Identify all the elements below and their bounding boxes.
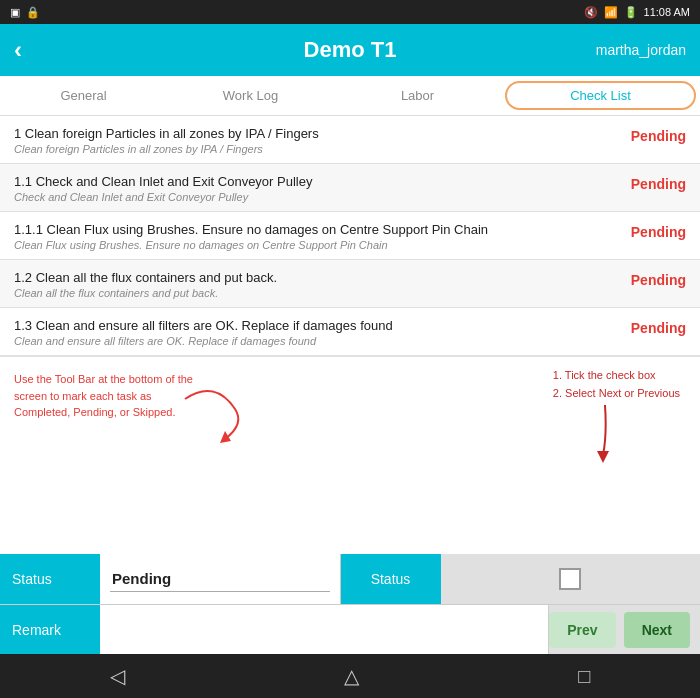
toolbar-status-input-panel bbox=[100, 554, 341, 604]
arrow-right-icon bbox=[575, 405, 635, 465]
tab-labor[interactable]: Labor bbox=[334, 76, 501, 115]
table-row: 1.1.1 Clean Flux using Brushes. Ensure n… bbox=[0, 212, 700, 260]
nav-bar: ◁ △ □ bbox=[0, 654, 700, 698]
task-title: 1.2 Clean all the flux containers and pu… bbox=[14, 270, 621, 285]
task-title: 1.1.1 Clean Flux using Brushes. Ensure n… bbox=[14, 222, 621, 237]
status-label: Status bbox=[12, 571, 88, 587]
task-status: Pending bbox=[631, 174, 686, 192]
table-row: 1 Clean foreign Particles in all zones b… bbox=[0, 116, 700, 164]
task-subtitle: Check and Clean Inlet and Exit Conveyor … bbox=[14, 191, 621, 203]
toolbar-status-label-panel: Status bbox=[0, 554, 100, 604]
user-label: martha_jordan bbox=[596, 42, 686, 58]
task-info: 1 Clean foreign Particles in all zones b… bbox=[14, 126, 631, 155]
task-title: 1 Clean foreign Particles in all zones b… bbox=[14, 126, 621, 141]
bottom-toolbar: Status Status Remark Prev Next bbox=[0, 554, 700, 654]
tab-worklog[interactable]: Work Log bbox=[167, 76, 334, 115]
task-title: 1.3 Clean and ensure all filters are OK.… bbox=[14, 318, 621, 333]
toolbar-top-row: Status Status bbox=[0, 554, 700, 604]
lock-icon: 🔒 bbox=[26, 6, 40, 19]
task-subtitle: Clean Flux using Brushes. Ensure no dama… bbox=[14, 239, 621, 251]
task-list: 1 Clean foreign Particles in all zones b… bbox=[0, 116, 700, 554]
task-info: 1.1.1 Clean Flux using Brushes. Ensure n… bbox=[14, 222, 631, 251]
tab-checklist[interactable]: Check List bbox=[505, 81, 696, 110]
arrow-left-icon bbox=[55, 369, 255, 449]
toolbar-bottom-row: Remark Prev Next bbox=[0, 604, 700, 654]
task-info: 1.3 Clean and ensure all filters are OK.… bbox=[14, 318, 631, 347]
table-row: 1.1 Check and Clean Inlet and Exit Conve… bbox=[0, 164, 700, 212]
checkbox-area[interactable] bbox=[441, 554, 701, 604]
page-title: Demo T1 bbox=[304, 37, 397, 63]
nav-home-icon[interactable]: △ bbox=[344, 664, 359, 688]
annotation-note-line1: 1. Tick the check box bbox=[553, 367, 680, 385]
remark-input[interactable] bbox=[110, 623, 538, 646]
battery-icon: 🔋 bbox=[624, 6, 638, 19]
task-subtitle: Clean all the flux containers and put ba… bbox=[14, 287, 621, 299]
signal-icon: ▣ bbox=[10, 6, 20, 19]
annotation-note-right: 1. Tick the check box 2. Select Next or … bbox=[553, 367, 680, 402]
task-status: Pending bbox=[631, 270, 686, 288]
prev-button[interactable]: Prev bbox=[549, 612, 615, 648]
task-status: Pending bbox=[631, 318, 686, 336]
header: ‹ Demo T1 martha_jordan bbox=[0, 24, 700, 76]
status-button[interactable]: Status bbox=[341, 554, 441, 604]
task-status: Pending bbox=[631, 222, 686, 240]
status-bar-right: 🔇 📶 🔋 11:08 AM bbox=[584, 6, 690, 19]
nav-recents-icon[interactable]: □ bbox=[578, 665, 590, 688]
volume-icon: 🔇 bbox=[584, 6, 598, 19]
tab-general[interactable]: General bbox=[0, 76, 167, 115]
svg-marker-1 bbox=[597, 451, 609, 463]
back-button[interactable]: ‹ bbox=[14, 36, 22, 64]
svg-marker-0 bbox=[220, 431, 231, 443]
task-title: 1.1 Check and Clean Inlet and Exit Conve… bbox=[14, 174, 621, 189]
task-info: 1.2 Clean all the flux containers and pu… bbox=[14, 270, 631, 299]
tab-bar: General Work Log Labor Check List bbox=[0, 76, 700, 116]
table-row: 1.2 Clean all the flux containers and pu… bbox=[0, 260, 700, 308]
nav-back-icon[interactable]: ◁ bbox=[110, 664, 125, 688]
toolbar-remark-input-panel bbox=[100, 605, 549, 654]
task-subtitle: Clean foreign Particles in all zones by … bbox=[14, 143, 621, 155]
annotation-note-line2: 2. Select Next or Previous bbox=[553, 385, 680, 403]
status-bar: ▣ 🔒 🔇 📶 🔋 11:08 AM bbox=[0, 0, 700, 24]
toolbar-remark-label-panel: Remark bbox=[0, 605, 100, 655]
annotation-area: Use the Tool Bar at the bottom of the sc… bbox=[0, 356, 700, 486]
status-bar-left: ▣ 🔒 bbox=[10, 6, 40, 19]
time-display: 11:08 AM bbox=[644, 6, 690, 18]
toolbar-nav-buttons: Prev Next bbox=[549, 605, 700, 654]
table-row: 1.3 Clean and ensure all filters are OK.… bbox=[0, 308, 700, 356]
remark-label: Remark bbox=[12, 622, 88, 638]
task-info: 1.1 Check and Clean Inlet and Exit Conve… bbox=[14, 174, 631, 203]
next-button[interactable]: Next bbox=[624, 612, 690, 648]
task-checkbox[interactable] bbox=[559, 568, 581, 590]
task-subtitle: Clean and ensure all filters are OK. Rep… bbox=[14, 335, 621, 347]
task-status: Pending bbox=[631, 126, 686, 144]
wifi-icon: 📶 bbox=[604, 6, 618, 19]
status-input[interactable] bbox=[110, 566, 330, 592]
